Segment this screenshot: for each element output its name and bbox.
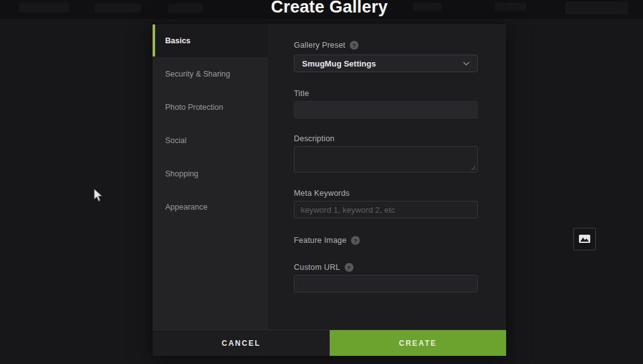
description-label: Description: [294, 134, 335, 143]
gallery-preset-value: SmugMug Settings: [302, 59, 463, 68]
tab-label: Photo Protection: [165, 103, 223, 112]
description-textarea[interactable]: [294, 147, 477, 172]
create-button[interactable]: CREATE: [330, 330, 506, 356]
tab-photo-protection[interactable]: Photo Protection: [153, 90, 268, 124]
label-text: Meta Keywords: [294, 189, 350, 198]
nav-ghost-item: [19, 3, 69, 13]
modal-content: Gallery Preset ? SmugMug Settings Title …: [268, 24, 506, 329]
tab-label: Security & Sharing: [165, 70, 230, 78]
feature-image-label: Feature Image ?: [294, 236, 360, 245]
label-text: Gallery Preset: [294, 41, 345, 50]
create-gallery-modal: Basics Security & Sharing Photo Protecti…: [152, 23, 507, 356]
title-label: Title: [294, 89, 309, 98]
help-icon[interactable]: ?: [351, 236, 360, 245]
label-text: Custom URL: [294, 263, 340, 272]
cancel-button[interactable]: CANCEL: [153, 330, 330, 356]
label-text: Title: [294, 89, 309, 98]
meta-keywords-input[interactable]: [294, 201, 478, 218]
help-icon[interactable]: ?: [350, 41, 359, 50]
mouse-cursor: [94, 188, 104, 203]
modal-footer: CANCEL CREATE: [153, 329, 506, 356]
help-icon[interactable]: ?: [345, 263, 354, 272]
tab-basics[interactable]: Basics: [153, 24, 268, 57]
tab-label: Basics: [165, 36, 190, 45]
modal-sidebar: Basics Security & Sharing Photo Protecti…: [153, 24, 268, 331]
active-tab-indicator: [153, 24, 155, 56]
nav-ghost-item: [94, 4, 141, 13]
tab-shopping[interactable]: Shopping: [153, 157, 268, 190]
custom-url-label: Custom URL ?: [294, 263, 354, 272]
tab-social[interactable]: Social: [153, 124, 268, 157]
page-title: Create Gallery: [152, 0, 507, 17]
gallery-preset-label: Gallery Preset ?: [294, 41, 359, 50]
gallery-preset-select[interactable]: SmugMug Settings: [294, 55, 478, 72]
tab-label: Social: [165, 136, 186, 145]
meta-keywords-label: Meta Keywords: [294, 189, 350, 198]
tab-appearance[interactable]: Appearance: [153, 190, 268, 223]
label-text: Feature Image: [294, 236, 347, 245]
photo-icon: [578, 234, 591, 244]
chevron-down-icon: [463, 62, 470, 66]
tab-security-sharing[interactable]: Security & Sharing: [153, 57, 268, 90]
feature-image-button[interactable]: [573, 228, 596, 250]
title-input[interactable]: [294, 101, 478, 119]
label-text: Description: [294, 134, 335, 143]
nav-ghost-item: [565, 2, 628, 14]
description-field-wrap: [294, 146, 478, 173]
custom-url-input[interactable]: [294, 275, 478, 292]
tab-label: Shopping: [165, 169, 198, 178]
tab-label: Appearance: [165, 203, 207, 211]
